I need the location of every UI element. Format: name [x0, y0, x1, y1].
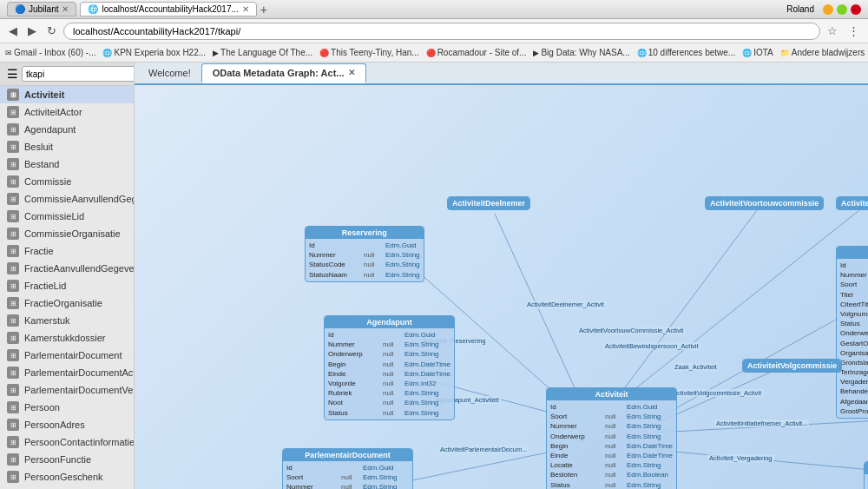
graph-area[interactable]: ActiviteitDeelnemer_Activit ActiviteitVo… — [135, 85, 868, 489]
entity-activiteitvoortouwcommissie[interactable]: ActiviteitVoortouwcommissie — [705, 196, 824, 210]
sidebar-icon-kamerstuk: ⊞ — [7, 314, 19, 327]
sidebar-search-input[interactable] — [22, 66, 135, 82]
sidebar-item-activiteit[interactable]: ⊞ Activiteit — [0, 86, 134, 103]
sidebar-label-commissie: Commissie — [24, 176, 71, 187]
bookmark-other[interactable]: 📁 Andere bladwijzers — [780, 48, 865, 57]
entity-activiteit[interactable]: Activiteit IdEdm.Guid SoortnullEdm.Strin… — [546, 387, 677, 489]
label-activiteitvoortouw-activiteit: ActiviteitVoortouwCommissie_Activit — [577, 327, 685, 334]
entity-reservering[interactable]: Reservering IdEdm.Guid NummernullEdm.Str… — [305, 226, 424, 282]
entity-parlementairdocument[interactable]: ParlementairDocument IdEdm.Guid Soortnul… — [282, 448, 413, 489]
bookmark-star[interactable]: ☆ — [824, 23, 841, 39]
entity-vergadering[interactable]: Vergadering IdEdm.Guid SoortnullEdm.Stri… — [864, 461, 868, 489]
tab-welcome[interactable]: Welcome! — [138, 64, 201, 82]
sidebar-item-bestand[interactable]: ⊞ Bestand — [0, 155, 134, 173]
sidebar-item-besluit[interactable]: ⊞ Besluit — [0, 138, 134, 155]
sidebar-item-persoon[interactable]: ⊞ Persoon — [0, 399, 134, 416]
hamburger-icon[interactable]: ☰ — [7, 67, 18, 81]
user-label: Roland — [786, 4, 814, 15]
sidebar-item-fractielid[interactable]: ⊞ FractieLid — [0, 277, 134, 294]
sidebar-item-persoonadres[interactable]: ⊞ PersoonAdres — [0, 416, 134, 433]
sidebar-label-agendapunt: Agendapunt — [24, 124, 76, 135]
entity-agendapunt-header: Agendapunt — [325, 316, 454, 328]
sidebar-item-commissieaanvullend[interactable]: ⊞ CommissieAanvullendGegev... — [0, 190, 134, 208]
sidebar-item-parlementairdocument[interactable]: ⊞ ParlementairDocument — [0, 347, 134, 364]
entity-activiteit-header: Activiteit — [547, 388, 676, 400]
tab-odata-close[interactable]: ✕ — [348, 68, 355, 77]
entity-activiteitdeelnemer-header: ActiviteitDeelnemer — [448, 197, 529, 209]
sidebar-label-fractieorganisatie: FractieOrganisatie — [24, 298, 102, 308]
address-input[interactable] — [63, 23, 820, 40]
sidebar-item-kamerstukkdossier[interactable]: ⊞ Kamerstukkdossier — [0, 329, 134, 347]
sidebar-label-commissielid: CommissieLid — [24, 211, 84, 221]
sidebar-icon-activiteitactor: ⊞ — [7, 106, 19, 118]
entity-parlementairdocument-header: ParlementairDocument — [283, 449, 412, 461]
sidebar-item-activiteitactor[interactable]: ⊞ ActiviteitActor — [0, 103, 134, 121]
label-activiteitbewinds-activiteit: ActiviteitBewindspersoon_Activit — [603, 342, 700, 350]
sidebar-item-persoonfunctie[interactable]: ⊞ PersoonFunctie — [0, 451, 134, 468]
sidebar-icon-commissieorganisatie: ⊞ — [7, 228, 19, 240]
sidebar-item-fractieorganisatie[interactable]: ⊞ FractieOrganisatie — [0, 294, 134, 312]
minimize-button[interactable] — [823, 4, 833, 15]
sidebar-icon-parlementairdocument: ⊞ — [7, 349, 19, 361]
diff-icon: 🌐 — [637, 49, 647, 57]
label-activiteitparlementair: ActiviteitParlementairDocum... — [438, 446, 529, 453]
sidebar-label-fractieaanvullend: FractieAanvullendGegeven — [24, 263, 135, 274]
sidebar-label-fractie: Fractie — [24, 246, 54, 256]
tab-close-btn2[interactable]: ✕ — [242, 4, 249, 14]
sidebar-item-parlementairdocumentversie[interactable]: ⊞ ParlementairDocumentVersie — [0, 381, 134, 399]
sidebar-icon-commissielid: ⊞ — [7, 210, 19, 222]
tab-close-btn[interactable]: ✕ — [62, 4, 69, 14]
bookmark-iota[interactable]: 🌐 IOTA — [742, 48, 773, 57]
entity-activiteitvolgcommissie[interactable]: ActiviteitVolgcommissie — [742, 359, 842, 373]
bookmark-kpn[interactable]: 🌐 KPN Experia box H22... — [102, 48, 206, 57]
refresh-button[interactable]: ↻ — [43, 23, 60, 39]
tab-odata[interactable]: OData Metadata Graph: Act... ✕ — [201, 63, 366, 83]
tab-active[interactable]: 🌐 localhost/AccountabilityHack2017... ✕ — [80, 2, 256, 17]
sidebar-icon-persooncontactinformatie: ⊞ — [7, 436, 19, 448]
forward-button[interactable]: ▶ — [24, 23, 40, 39]
sidebar-item-parlementairdocumentactor[interactable]: ⊞ ParlementairDocumentActor — [0, 364, 134, 381]
sidebar-item-persooncontactinformatie[interactable]: ⊞ PersoonContactinformatie — [0, 433, 134, 451]
address-bar: ◀ ▶ ↻ ☆ ⋮ — [0, 19, 868, 43]
content-tab-bar: Welcome! OData Metadata Graph: Act... ✕ — [135, 63, 868, 85]
label-zaak-activiteit: Zaak_Activiteit — [673, 363, 719, 371]
sidebar-item-commissieorganisatie[interactable]: ⊞ CommissieOrganisatie — [0, 225, 134, 242]
sidebar-icon-besluit: ⊞ — [7, 141, 19, 153]
bookmark-language[interactable]: ▶ The Language Of The... — [213, 48, 312, 57]
sidebar-item-commissie[interactable]: ⊞ Commissie — [0, 173, 134, 190]
sidebar-item-fractie[interactable]: ⊞ Fractie — [0, 242, 134, 260]
entity-agendapunt-body: IdEdm.Guid NummernullEdm.String Onderwer… — [325, 328, 454, 420]
sidebar-item-commissielid[interactable]: ⊞ CommissieLid — [0, 208, 134, 225]
bookmark-gmail[interactable]: ✉ Gmail - Inbox (60) -... — [5, 48, 95, 57]
sidebar-icon-persoonadres: ⊞ — [7, 419, 19, 431]
maximize-button[interactable] — [837, 4, 847, 15]
sidebar-label-parlementairdocumentactor: ParlementairDocumentActor — [24, 367, 135, 378]
sidebar-label-kamerstukkdossier: Kamerstukkdossier — [24, 333, 106, 343]
sidebar-item-kamerstuk[interactable]: ⊞ Kamerstuk — [0, 312, 134, 329]
entity-activiteitdeelnemer[interactable]: ActiviteitDeelnemer — [447, 196, 530, 210]
entity-agendapunt[interactable]: Agendapunt IdEdm.Guid NummernullEdm.Stri… — [324, 315, 455, 420]
sidebar-item-agendapunt[interactable]: ⊞ Agendapunt — [0, 121, 134, 138]
entity-zaak-header: Zaak — [837, 247, 868, 259]
sidebar-item-fractieaanvullend[interactable]: ⊞ FractieAanvullendGegeven — [0, 260, 134, 277]
back-button[interactable]: ◀ — [5, 23, 21, 39]
iota-icon: 🌐 — [742, 49, 752, 57]
entity-zaak[interactable]: Zaak IdEdm.Guid NummernullEdm.String Soo… — [836, 246, 868, 419]
bookmark-teeny[interactable]: 🔴 This Teeny-Tiny, Han... — [319, 48, 419, 57]
settings-icon[interactable]: ⋮ — [845, 23, 863, 39]
bookmark-rocamadour[interactable]: 🔴 Rocamadour - Site of... — [426, 48, 527, 57]
bookmark-10diff[interactable]: 🌐 10 differences betwe... — [637, 48, 735, 57]
new-tab-button[interactable]: + — [260, 3, 267, 17]
sidebar-item-persoongeschenk[interactable]: ⊞ PersoonGeschenk — [0, 468, 134, 486]
entity-activiteitbewindspersoon[interactable]: ActiviteitBewindspersoon — [836, 196, 868, 210]
sidebar-icon-fractie: ⊞ — [7, 245, 19, 257]
entity-zaak-body: IdEdm.Guid NummernullEdm.String Soortnul… — [837, 259, 868, 418]
tab-jubilant[interactable]: 🔵 Jubilant ✕ — [7, 2, 76, 17]
close-button[interactable] — [851, 4, 861, 15]
sidebar-icon-activiteit: ⊞ — [7, 89, 19, 101]
svg-line-8 — [412, 450, 560, 480]
sidebar-icon-parlementairdocumentversie: ⊞ — [7, 384, 19, 396]
sidebar-label-activiteitactor: ActiviteitActor — [24, 107, 82, 117]
bookmark-bigdata[interactable]: ▶ Big Data: Why NASA... — [533, 48, 629, 57]
entity-activiteitvoortouwcommissie-header: ActiviteitVoortouwcommissie — [706, 197, 823, 209]
